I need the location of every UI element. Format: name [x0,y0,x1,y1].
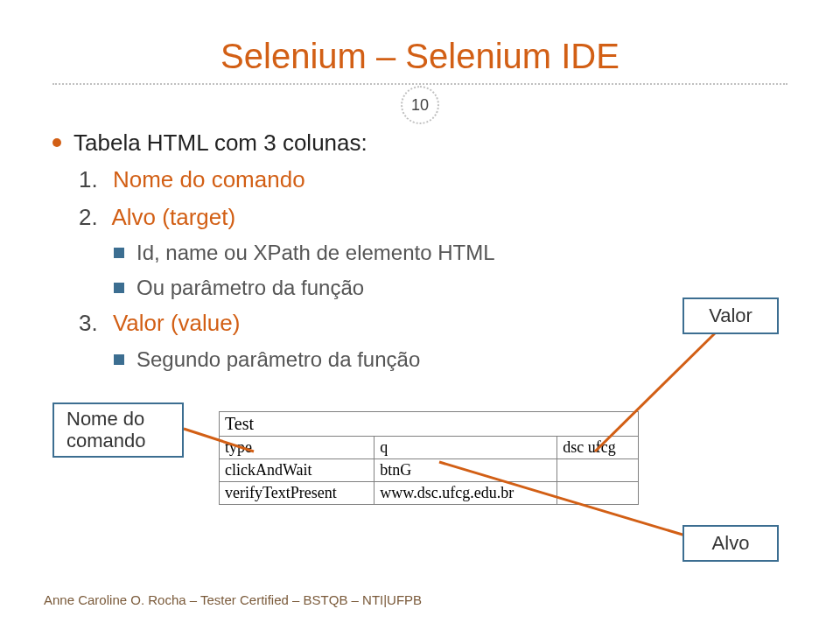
footer-text: Anne Caroline O. Rocha – Tester Certifie… [44,592,422,607]
main-bullet: Tabela HTML com 3 colunas: [52,127,788,158]
slide-title: Selenium – Selenium IDE [52,37,788,76]
table-cell [557,482,639,505]
table-cell: verifyTextPresent [220,482,374,505]
sub-bullet: Id, name ou XPath de elemento HTML [114,238,788,268]
list-number: 1. [79,166,98,192]
list-number: 2. [79,204,98,230]
table-cell: btnG [374,459,557,482]
table-row: clickAndWait btnG [220,459,639,482]
table-header: Test [220,412,639,437]
sub-bullet-text: Ou parâmetro da função [136,273,364,303]
table-row: verifyTextPresent www.dsc.ufcg.edu.br [220,482,639,505]
list-label: Valor (value) [113,310,240,336]
table-cell: clickAndWait [220,459,374,482]
list-label: Alvo (target) [111,204,235,230]
main-bullet-text: Tabela HTML com 3 colunas: [74,127,368,158]
page-number-badge: 10 [401,86,439,124]
example-table-wrap: Test type q dsc ufcg clickAndWait btnG v… [219,411,639,505]
list-number: 3. [79,310,98,336]
list-item-3: 3. Valor (value) [79,307,788,339]
content-block: Tabela HTML com 3 colunas: 1. Nome do co… [52,127,788,374]
sub-bullet-text: Id, name ou XPath de elemento HTML [136,238,495,268]
square-bullet-icon [114,248,124,258]
square-bullet-icon [114,354,124,365]
square-bullet-icon [114,283,124,293]
callout-alvo: Alvo [682,525,779,562]
table-cell [557,459,639,482]
sub-bullet: Segundo parâmetro da função [114,345,788,374]
list-item-2: 2. Alvo (target) [79,201,788,233]
table-cell: dsc ufcg [557,437,639,459]
list-label: Nome do comando [113,166,305,192]
table-cell: q [374,437,557,459]
table-row: type q dsc ufcg [220,437,639,459]
title-divider [52,83,788,85]
title-block: Selenium – Selenium IDE 10 [52,37,788,85]
callout-nome: Nome do comando [52,402,184,458]
bullet-dot-icon [52,138,61,147]
list-item-1: 1. Nome do comando [79,164,788,195]
slide: Selenium – Selenium IDE 10 Tabela HTML c… [0,0,840,623]
sub-bullet-text: Segundo parâmetro da função [136,345,420,374]
table-cell: type [220,437,374,459]
example-table: Test type q dsc ufcg clickAndWait btnG v… [219,411,639,505]
table-cell: www.dsc.ufcg.edu.br [374,482,557,505]
callout-valor: Valor [682,298,779,334]
